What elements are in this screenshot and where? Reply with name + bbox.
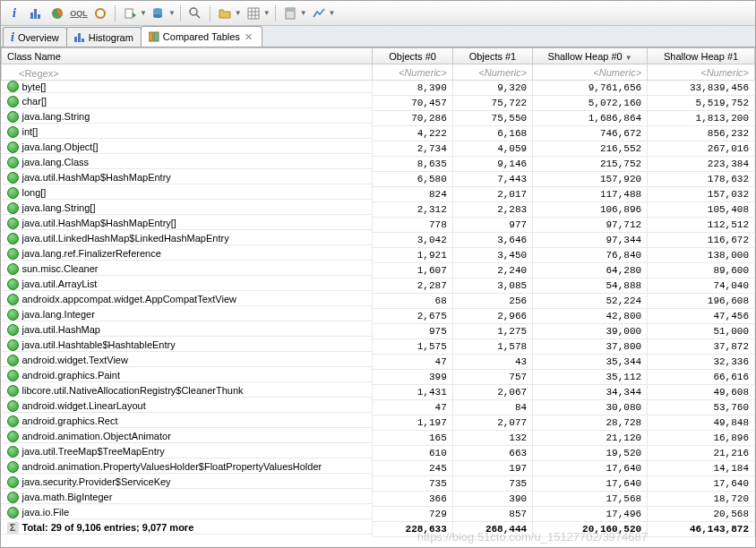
table-row[interactable]: sun.misc.Cleaner 1,607 2,240 64,280 89,6… [2,263,755,278]
search-icon[interactable] [185,4,205,23]
col-shallow-heap-1[interactable]: Shallow Heap #1 [648,48,755,64]
table-row[interactable]: android.widget.LinearLayout 47 84 30,080… [2,400,755,415]
table-row[interactable]: java.security.Provider$ServiceKey 735 73… [2,476,755,492]
table-row[interactable]: java.lang.String[] 2,312 2,283 106,896 1… [2,202,755,218]
objects-0-cell: 2,287 [373,278,452,294]
db-query-icon[interactable] [149,4,168,23]
objects-1-cell: 3,646 [452,233,532,248]
objects-1-cell: 75,550 [452,111,532,126]
class-name-cell: java.util.ArrayList [2,278,373,291]
objects-1-cell: 2,067 [452,385,532,400]
table-row[interactable]: java.util.LinkedHashMap$LinkedHashMapEnt… [2,233,755,248]
table-row[interactable]: java.util.TreeMap$TreeMapEntry 610 663 1… [2,446,755,461]
heap-1-cell: 51,000 [648,324,755,339]
run-report-icon[interactable] [120,4,140,23]
heap-1-cell: 18,720 [648,492,755,507]
table-row[interactable]: android.graphics.Rect 1,197 2,077 28,728… [2,415,755,431]
close-icon[interactable]: ✕ [244,31,254,42]
filter-numeric[interactable]: <Numeric> [452,64,532,81]
col-class-name[interactable]: Class Name [2,48,373,64]
filter-regex[interactable]: <Regex> [2,64,373,81]
dropdown-arrow-icon[interactable]: ▼ [140,9,147,17]
heap-0-cell: 17,640 [533,461,648,476]
class-name-text: java.util.HashMap$HashMapEntry [22,172,171,183]
chart-line-icon[interactable] [309,4,329,23]
table-row[interactable]: long[] 824 2,017 117,488 157,032 [2,187,755,202]
class-name-text: java.security.Provider$ServiceKey [22,476,171,487]
heap-0-cell: 216,552 [533,141,648,157]
table-row[interactable]: java.util.Hashtable$HashtableEntry 1,575… [2,339,755,355]
dropdown-arrow-icon[interactable]: ▼ [263,9,271,17]
table-row[interactable]: java.lang.Class 8,635 9,146 215,752 223,… [2,157,755,172]
pie-chart-icon[interactable] [47,4,67,23]
class-icon [7,248,19,260]
objects-1-cell: 2,283 [452,202,532,218]
objects-1-cell: 2,017 [452,187,532,202]
table-row[interactable]: java.math.BigInteger 366 390 17,568 18,7… [2,492,755,507]
gear-icon[interactable] [90,4,110,23]
bar-chart-icon[interactable] [26,4,46,23]
table-row[interactable]: java.lang.ref.FinalizerReference 1,921 3… [2,248,755,263]
table-row[interactable]: androidx.appcompat.widget.AppCompatTextV… [2,294,755,309]
table-row[interactable]: int[] 4,222 6,168 746,672 856,232 [2,126,755,141]
toolbar-separator [275,5,276,21]
tab-compared-tables[interactable]: Compared Tables ✕ [141,26,262,47]
filter-numeric[interactable]: <Numeric> [373,64,452,81]
class-name-text: sun.misc.Cleaner [22,263,99,274]
table-row[interactable]: java.lang.String 70,286 75,550 1,686,864… [2,111,755,126]
heap-1-cell: 89,600 [648,263,755,278]
table-row[interactable]: android.animation.PropertyValuesHolder$F… [2,461,755,476]
table-row[interactable]: java.util.HashMap$HashMapEntry 6,580 7,4… [2,172,755,187]
class-icon [7,385,19,397]
dropdown-arrow-icon[interactable]: ▼ [235,9,242,17]
table-row[interactable]: libcore.util.NativeAllocationRegistry$Cl… [2,385,755,400]
table-row[interactable]: android.widget.TextView 47 43 35,344 32,… [2,355,755,370]
dropdown-arrow-icon[interactable]: ▼ [168,9,176,17]
svg-rect-12 [248,8,259,19]
info-icon[interactable]: i [4,4,24,23]
total-o1: 268,444 [452,522,532,537]
class-name-text: java.lang.Object[] [22,141,99,152]
calculator-icon[interactable] [280,4,300,23]
heap-1-cell: 105,408 [648,202,755,218]
heap-0-cell: 30,080 [533,400,648,415]
table-row[interactable]: android.graphics.Paint 399 757 35,112 66… [2,370,755,385]
class-icon [7,446,19,458]
table-row[interactable]: java.io.File 729 857 17,496 20,568 [2,507,755,522]
dropdown-arrow-icon[interactable]: ▼ [300,9,307,17]
svg-rect-18 [287,9,294,12]
table-row[interactable]: java.util.HashMap$HashMapEntry[] 778 977… [2,218,755,233]
class-name-cell: java.lang.Class [2,157,373,169]
table-row[interactable]: byte[] 8,390 9,320 9,761,656 33,839,456 [2,81,755,96]
heap-0-cell: 17,496 [533,507,648,522]
col-shallow-heap-0[interactable]: Shallow Heap #0 ▼ [533,48,648,64]
table-row[interactable]: java.util.HashMap 975 1,275 39,000 51,00… [2,324,755,339]
col-objects-1[interactable]: Objects #1 [452,48,532,64]
filter-numeric[interactable]: <Numeric> [648,64,755,81]
toolbar-separator [180,5,181,21]
filter-numeric[interactable]: <Numeric> [533,64,648,81]
class-name-text: android.graphics.Paint [22,370,120,381]
grid-icon[interactable] [244,4,263,23]
class-icon [7,126,19,138]
table-row[interactable]: android.animation.ObjectAnimator 165 132… [2,431,755,446]
tab-overview[interactable]: i Overview [3,27,67,47]
class-icon [7,476,19,488]
class-name-text: androidx.appcompat.widget.AppCompatTextV… [22,294,237,304]
dropdown-arrow-icon[interactable]: ▼ [329,9,336,17]
table-row[interactable]: java.lang.Integer 2,675 2,966 42,800 47,… [2,309,755,324]
open-folder-icon[interactable] [215,4,235,23]
col-objects-0[interactable]: Objects #0 [373,48,452,64]
objects-0-cell: 3,042 [373,233,452,248]
class-name-text: java.lang.String [22,111,90,122]
total-o0: 228,633 [373,522,452,537]
class-name-cell: android.animation.PropertyValuesHolder$F… [2,461,373,474]
tab-histogram[interactable]: Histogram [66,27,142,47]
table-row[interactable]: char[] 70,457 75,722 5,072,160 5,519,752 [2,96,755,111]
table-row[interactable]: java.util.ArrayList 2,287 3,085 54,888 7… [2,278,755,294]
table-row[interactable]: java.lang.Object[] 2,734 4,059 216,552 2… [2,141,755,157]
sql-icon[interactable]: OQL [69,4,89,23]
heap-1-cell: 5,519,752 [648,96,755,111]
class-name-cell: java.util.HashMap$HashMapEntry[] [2,218,373,230]
class-name-text: long[] [22,187,47,198]
